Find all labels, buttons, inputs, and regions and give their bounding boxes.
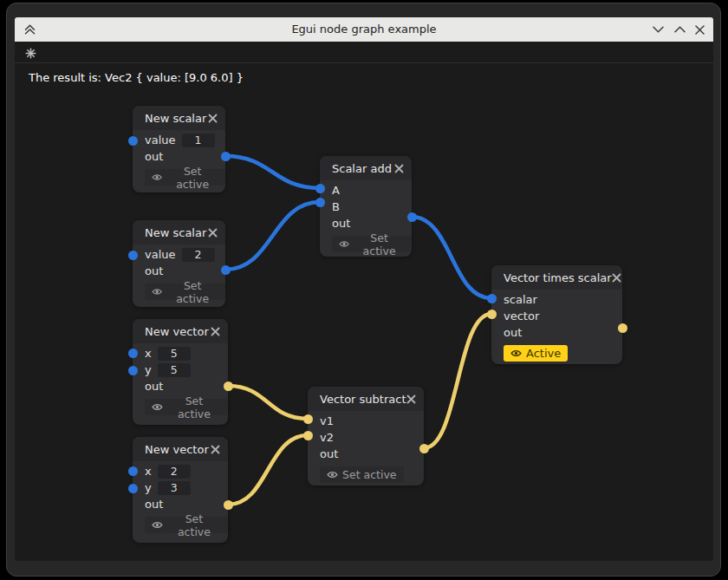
output-label: out [145, 264, 163, 277]
param-label: B [332, 200, 340, 213]
value-drag-field[interactable]: 5 [158, 363, 191, 377]
node-title: Vector subtract [320, 393, 406, 406]
node-new-vector-2[interactable]: New vector x 2 y 3 out Set active [133, 437, 228, 543]
asterisk-star-icon [25, 48, 36, 59]
value-drag-field[interactable]: 2 [158, 465, 191, 479]
node-title: Vector times scalar [504, 271, 612, 284]
param-row-x: x 2 [133, 463, 228, 479]
button-label: Set active [166, 165, 218, 191]
node-new-vector-1[interactable]: New vector x 5 y 5 out Set active [133, 319, 228, 425]
node-header[interactable]: New scalar [133, 106, 225, 130]
port-in-B[interactable] [315, 198, 325, 207]
node-title: Scalar add [332, 162, 392, 175]
close-node-icon[interactable] [208, 114, 218, 123]
maximize-button[interactable] [673, 23, 686, 36]
param-label: x [145, 465, 152, 478]
output-row-out: out [320, 215, 412, 231]
close-node-icon[interactable] [612, 273, 621, 283]
node-header[interactable]: New vector [133, 437, 228, 461]
button-label: Set active [167, 394, 221, 420]
node-title: New scalar [145, 112, 206, 125]
output-row-out: out [133, 263, 225, 279]
node-header[interactable]: Vector subtract [308, 387, 424, 411]
button-label: Active [526, 347, 561, 360]
new-node-button[interactable] [23, 46, 37, 60]
port-out[interactable] [224, 500, 233, 510]
param-label: value [145, 134, 176, 147]
port-in-scalar[interactable] [487, 294, 497, 303]
set-active-button[interactable]: Set active [145, 517, 228, 533]
output-label: out [145, 380, 163, 393]
param-label: y [145, 363, 152, 376]
set-active-button[interactable]: Set active [145, 399, 228, 415]
port-in-x[interactable] [128, 466, 138, 476]
set-active-button[interactable]: Set active [145, 283, 225, 300]
port-in-vector[interactable] [487, 310, 497, 319]
node-header[interactable]: Scalar add [320, 156, 412, 180]
output-label: out [332, 217, 350, 230]
eye-icon [339, 240, 349, 248]
port-in-value[interactable] [128, 136, 138, 146]
port-out[interactable] [407, 212, 417, 222]
param-row-value: value 1 [133, 132, 225, 148]
close-node-icon[interactable] [208, 228, 218, 238]
param-label: y [145, 481, 152, 494]
eye-icon [152, 288, 162, 296]
value-drag-field[interactable]: 3 [158, 481, 191, 495]
node-header[interactable]: New vector [133, 319, 228, 343]
value-drag-field[interactable]: 1 [182, 134, 215, 147]
output-row-out: out [308, 446, 424, 462]
value-drag-field[interactable]: 5 [158, 347, 191, 361]
node-scalar-add[interactable]: Scalar add A B out Set active [320, 156, 412, 257]
port-in-v2[interactable] [303, 431, 313, 440]
active-button[interactable]: Active [504, 345, 568, 362]
minimize-button[interactable] [651, 23, 665, 36]
port-out[interactable] [419, 444, 429, 453]
port-out[interactable] [221, 265, 231, 275]
eye-icon [152, 521, 163, 529]
node-new-scalar-2[interactable]: New scalar value 2 out Set active [133, 220, 225, 307]
port-in-value[interactable] [128, 251, 138, 260]
param-label: A [332, 184, 340, 197]
close-window-button[interactable] [692, 23, 706, 36]
node-new-scalar-1[interactable]: New scalar value 1 out Set active [133, 106, 225, 192]
close-node-icon[interactable] [211, 445, 220, 454]
port-in-y[interactable] [128, 484, 138, 493]
set-active-button[interactable]: Set active [320, 466, 404, 483]
close-icon [695, 25, 705, 35]
node-vector-subtract[interactable]: Vector subtract v1 v2 out Set active [308, 387, 424, 486]
node-vector-times-scalar[interactable]: Vector times scalar scalar vector out Ac… [491, 265, 622, 364]
close-node-icon[interactable] [406, 394, 416, 404]
node-header[interactable]: New scalar [133, 220, 225, 244]
port-out[interactable] [224, 381, 233, 391]
output-row-out: out [133, 378, 228, 394]
close-node-icon[interactable] [211, 327, 220, 336]
param-label: v2 [320, 431, 334, 444]
param-row-x: x 5 [133, 345, 228, 362]
input-row-scalar: scalar [491, 291, 622, 308]
set-active-button[interactable]: Set active [332, 236, 412, 252]
param-label: x [145, 347, 152, 360]
input-row-A: A [320, 182, 412, 199]
port-in-v1[interactable] [303, 414, 313, 424]
button-label: Set active [342, 468, 397, 481]
eye-icon [327, 471, 338, 479]
port-in-y[interactable] [128, 366, 138, 375]
close-node-icon[interactable] [394, 164, 404, 173]
port-in-A[interactable] [315, 184, 325, 193]
eye-icon [510, 349, 522, 357]
collapse-window-icon[interactable] [23, 23, 36, 36]
output-row-out: out [491, 324, 622, 341]
node-header[interactable]: Vector times scalar [491, 265, 622, 290]
button-label: Set active [166, 279, 218, 305]
eye-icon [152, 173, 162, 181]
value-drag-field[interactable]: 2 [182, 248, 215, 262]
port-in-x[interactable] [128, 349, 138, 358]
output-label: out [145, 150, 163, 163]
param-label: v1 [320, 414, 334, 427]
port-out[interactable] [618, 323, 627, 333]
param-label: value [145, 248, 176, 261]
button-label: Set active [354, 231, 405, 257]
set-active-button[interactable]: Set active [145, 169, 225, 186]
port-out[interactable] [221, 152, 231, 161]
